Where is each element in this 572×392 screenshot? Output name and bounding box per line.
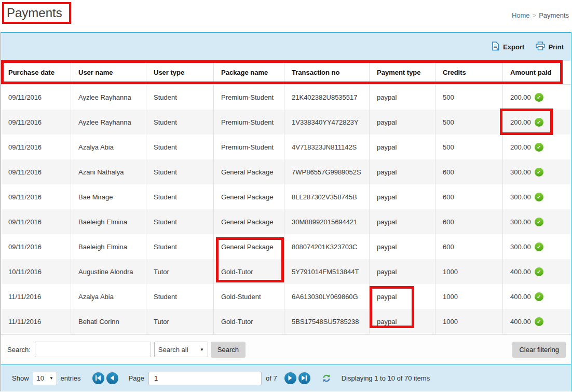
cell-purchase-date: 09/11/2016 [1,110,71,134]
cell-text: Ayzlee Rayhanna [78,118,131,126]
next-page-icon [287,374,293,383]
cell-text: 400.00 [510,268,531,276]
cell-purchase-date: 09/11/2016 [1,134,71,159]
cell-amount-paid: 300.00✓ [503,209,571,234]
cell-text: 6A613030LY069860G [292,293,358,301]
cell-credits: 600 [435,159,503,184]
search-bar: Search: Search all ▼ Search Clear filter… [1,334,571,364]
column-header-user-type: User type [146,61,214,84]
cell-payment-type: paypal [370,85,435,110]
cell-text: Gold-Tutor [221,318,253,326]
display-status: Displaying 1 to 10 of 70 items [342,374,430,382]
cell-user-type: Student [146,234,214,259]
cell-transaction-no: 1V338340YY472823Y [284,110,370,134]
search-button[interactable]: Search [211,342,246,358]
check-circle-icon: ✓ [535,292,543,301]
cell-text: Azani Nathalya [78,168,124,176]
refresh-icon[interactable] [322,374,331,383]
cell-package-name: Premium-Student [214,134,284,159]
page-number-input[interactable] [148,372,262,385]
cell-user-type: Student [146,284,214,309]
cell-user-type: Student [146,159,214,184]
cell-text: General Package [221,168,273,176]
cell-text: General Package [221,243,273,251]
page-title: Payments [7,6,62,20]
print-label: Print [548,43,564,51]
check-circle-icon: ✓ [535,118,543,127]
cell-purchase-date: 09/11/2016 [1,85,71,110]
cell-text: 10/11/2016 [8,268,42,276]
cell-text: 300.00 [510,243,531,251]
search-input[interactable] [35,342,151,357]
table-row: 09/11/2016Azalya AbiaStudentPremium-Stud… [1,134,571,159]
breadcrumb-home-link[interactable]: Home [512,11,530,19]
search-filter-select[interactable]: Search all ▼ [154,342,208,357]
cell-credits: 1000 [435,284,503,309]
cell-transaction-no: 5Y791014FM513844T [284,259,370,284]
entries-per-page-select[interactable]: 10 ▼ [33,372,57,385]
cell-user-type: Student [146,184,214,209]
cell-text: 09/11/2016 [8,93,42,101]
table-header: Purchase dateUser nameUser typePackage n… [1,61,571,85]
cell-text: Gold-Tutor [221,268,253,276]
column-header-credits: Credits [435,61,503,84]
cell-text: 400.00 [510,318,531,326]
cell-amount-paid: 200.00✓ [503,134,571,159]
cell-payment-type: paypal [370,184,435,209]
cell-transaction-no: 5BS17548SU5785238 [284,309,370,334]
cell-user-type: Student [146,134,214,159]
cell-text: 09/11/2016 [8,118,42,126]
cell-text: 8LL287302V358745B [292,193,357,201]
cell-purchase-date: 09/11/2016 [1,234,71,259]
export-button[interactable]: Export [492,42,524,52]
cell-purchase-date: 10/11/2016 [1,259,71,284]
prev-page-button[interactable] [106,372,118,384]
table-row: 09/11/2016Ayzlee RayhannaStudentPremium-… [1,85,571,110]
cell-text: paypal [377,243,397,251]
first-page-button[interactable] [92,372,104,384]
print-button[interactable]: Print [536,42,564,52]
payments-page: Payments Home>Payments Export Print Purc… [0,0,572,392]
table-row: 09/11/2016Bae MirageStudentGeneral Packa… [1,184,571,209]
entries-label: entries [61,374,81,382]
cell-user-name: Azalya Abia [71,284,146,309]
cell-package-name: Gold-Tutor [214,259,284,284]
cell-transaction-no: 21K402382U8535517 [284,85,370,110]
cell-text: Baeleigh Elmina [78,243,127,251]
cell-text: 4V718323JN811142S [292,143,357,151]
column-header-transaction-no: Transaction no [284,61,370,84]
cell-credits: 600 [435,184,503,209]
cell-text: 600 [443,168,454,176]
cell-text: paypal [377,218,397,226]
column-header-purchase-date: Purchase date [1,61,71,84]
cell-text: paypal [377,143,397,151]
cell-package-name: General Package [214,159,284,184]
breadcrumb-separator: > [533,11,537,19]
cell-package-name: Gold-Student [214,284,284,309]
cell-amount-paid: 200.00✓ [503,110,571,134]
next-page-button[interactable] [284,372,296,384]
check-circle-icon: ✓ [535,317,543,326]
check-circle-icon: ✓ [535,267,543,276]
cell-text: 300.00 [510,193,531,201]
check-circle-icon: ✓ [535,242,543,251]
cell-text: 500 [443,143,454,151]
cell-credits: 500 [435,110,503,134]
cell-text: 5Y791014FM513844T [292,268,359,276]
cell-text: paypal [377,118,397,126]
cell-credits: 500 [435,85,503,110]
last-page-button[interactable] [298,372,310,384]
cell-user-type: Student [146,209,214,234]
cell-text: 09/11/2016 [8,143,42,151]
cell-text: Student [154,293,177,301]
column-header-payment-type: Payment type [370,61,435,84]
cell-text: Student [154,218,177,226]
cell-text: paypal [377,93,397,101]
clear-filtering-button[interactable]: Clear filtering [512,342,566,358]
cell-user-name: Baeleigh Elmina [71,234,146,259]
cell-text: Student [154,118,177,126]
cell-text: 808074201K323703C [292,243,358,251]
cell-transaction-no: 808074201K323703C [284,234,370,259]
cell-transaction-no: 8LL287302V358745B [284,184,370,209]
table-row: 11/11/2016Behati CorinnTutorGold-Tutor5B… [1,309,571,334]
